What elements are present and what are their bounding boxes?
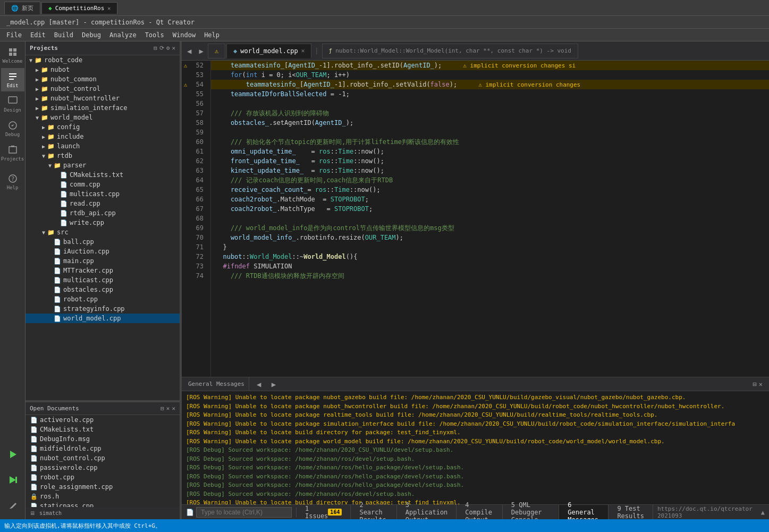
tree-iauction-cpp[interactable]: 📄 iAuction.cpp (26, 247, 180, 256)
menu-analyze[interactable]: Analyze (105, 30, 141, 40)
tab-competition-ros[interactable]: ◆ CompetitionRos ✕ (41, 2, 117, 14)
open-doc-staticpass[interactable]: 📄 staticpass.cpp (26, 501, 180, 507)
code-line-53[interactable]: for(int i = 0; i<OUR_TEAM; i++) (211, 70, 769, 80)
code-line-64[interactable]: /// 记录coach信息的更新时间,coach信息来自于RTDB (211, 175, 769, 185)
sidebar-icon-projects[interactable]: Projects (1, 141, 24, 165)
tree-write-cpp[interactable]: 📄 write.cpp (26, 218, 180, 227)
editor-tab-worldmodel[interactable]: ◆ world_model.cpp ✕ (226, 44, 311, 58)
sidebar-icon-edit[interactable]: Edit (1, 68, 24, 91)
code-line-73[interactable]: #ifndef SIMULATION (211, 261, 769, 271)
code-line-67[interactable]: coach2robot_.MatchType = STOPROBOT; (211, 204, 769, 214)
tree-world-model[interactable]: ▼ 📁 world_model (26, 113, 180, 122)
tree-rtdb[interactable]: ▼ 📁 rtdb (26, 151, 180, 161)
tree-nubot[interactable]: ▶ 📁 nubot (26, 65, 180, 74)
tree-multicast2-cpp[interactable]: 📄 multicast.cpp (26, 275, 180, 285)
status-tab-general-messages[interactable]: 6 General Messages (559, 505, 609, 520)
close-all-icon[interactable]: ✕ (166, 405, 170, 412)
status-tab-search-results[interactable]: 2 Search Results (351, 505, 396, 520)
code-line-52[interactable]: teammatesinfo_[AgentID_-1].robot_info_.s… (211, 61, 769, 70)
menu-window[interactable]: Window (168, 30, 200, 40)
open-doc-ros-h[interactable]: 🔒 ros.h (26, 492, 180, 501)
code-line-58[interactable]: obstacles_.setAgentID(AgentID_); (211, 118, 769, 128)
code-line-61[interactable]: omni_update_time_ = ros::Time::now(); (211, 147, 769, 156)
nav-forward-btn[interactable]: ▶ (196, 45, 206, 57)
status-tab-qml[interactable]: 5 QML Debugger Console (503, 505, 559, 520)
code-line-59[interactable] (211, 128, 769, 137)
tree-robot-cpp[interactable]: 📄 robot.cpp (26, 294, 180, 304)
close-panel-icon2[interactable]: ✕ (172, 405, 175, 412)
tree-world-model-cpp[interactable]: 📄 world_model.cpp (26, 314, 180, 323)
filter-bottom-icon[interactable]: ⊟ (753, 381, 757, 388)
tree-config[interactable]: ▶ 📁 config (26, 122, 180, 132)
code-line-60[interactable]: /// 初始化各个节点topic的更新时间,用于计算lifetime判断该信息的… (211, 137, 769, 147)
tab-new-page[interactable]: 🌐 新页 (4, 2, 40, 14)
sidebar-icon-debug[interactable]: Debug (1, 117, 24, 140)
settings-icon[interactable]: ⚙ (166, 45, 170, 52)
code-line-65[interactable]: receive_coach_count_= ros::Time::now(); (211, 185, 769, 195)
status-tab-issues[interactable]: 1 Issues 164 (297, 505, 351, 520)
code-line-66[interactable]: coach2robot_.MatchMode = STOPROBOT; (211, 195, 769, 204)
tree-multicast-cpp[interactable]: 📄 multicast.cpp (26, 189, 180, 199)
sidebar-icon-run[interactable] (1, 443, 24, 466)
menu-build[interactable]: Build (50, 30, 78, 40)
menu-file[interactable]: File (2, 30, 26, 40)
code-line-68[interactable] (211, 214, 769, 223)
tree-src[interactable]: ▼ 📁 src (26, 227, 180, 237)
menu-edit[interactable]: Edit (26, 30, 50, 40)
code-line-54[interactable]: teammatesinfo_[AgentID_-1].robot_info_.s… (211, 80, 769, 89)
code-line-72[interactable]: nubot::World_Model::~World_Model(){ (211, 252, 769, 261)
filter-icon[interactable]: ⊟ (154, 45, 157, 52)
editor-tab-warn[interactable]: ⚠ (208, 44, 225, 58)
open-doc-nubot-control[interactable]: 📄 nubot_control.cpp (26, 453, 180, 463)
tree-nubot-hwcontroller[interactable]: ▶ 📁 nubot_hwcontroller (26, 94, 180, 103)
code-line-74[interactable]: /// RTDB通信模块的释放开辟内存空间 (211, 271, 769, 281)
tree-rtdb-api-cpp[interactable]: 📄 rtdb_api.cpp (26, 208, 180, 218)
open-doc-midfieldrole[interactable]: 📄 midfieldrole.cpp (26, 444, 180, 453)
code-line-55[interactable]: teammateIDforBallSelected = -1; (211, 89, 769, 99)
open-doc-role-assignment[interactable]: 📄 role_assignment.cpp (26, 482, 180, 492)
tree-parser[interactable]: ▼ 📁 parser (26, 161, 180, 170)
tree-simulation-interface[interactable]: ▶ 📁 simulation_interface (26, 103, 180, 113)
sidebar-icon-design[interactable]: Design (1, 92, 24, 116)
code-line-70[interactable]: world_model_info_.robotinfo.resize(OUR_T… (211, 233, 769, 242)
sort-icon[interactable]: ⊟ (160, 405, 164, 412)
close-tab-btn[interactable]: ✕ (301, 47, 305, 54)
open-doc-activerole[interactable]: 📄 activerole.cpp (26, 415, 180, 425)
sidebar-icon-help[interactable]: ? Help (1, 170, 24, 193)
tree-nubot-common[interactable]: ▶ 📁 nubot_common (26, 74, 180, 84)
code-line-69[interactable]: /// world_model_info是作为向control节点传输世界模型信… (211, 223, 769, 233)
close-panel-icon[interactable]: ✕ (172, 45, 175, 52)
bottom-tab-general-messages-label[interactable]: General Messages (184, 377, 249, 391)
tree-comm-cpp[interactable]: 📄 comm.cpp (26, 180, 180, 189)
open-doc-robot[interactable]: 📄 robot.cpp (26, 472, 180, 482)
tree-obstacles-cpp[interactable]: 📄 obstacles.cpp (26, 285, 180, 294)
tree-include[interactable]: ▶ 📁 include (26, 132, 180, 141)
tree-read-cpp[interactable]: 📄 read.cpp (26, 199, 180, 208)
menu-help[interactable]: Help (200, 30, 224, 40)
sidebar-icon-welcome[interactable]: Welcome (1, 44, 24, 67)
code-line-57[interactable]: /// 存放该机器人识别到的障碍物 (211, 108, 769, 118)
type-to-locate-input[interactable] (196, 507, 292, 518)
code-line-63[interactable]: kinect_update_time_ = ros::Time::now(); (211, 166, 769, 175)
menu-debug[interactable]: Debug (78, 30, 105, 40)
code-line-71[interactable]: } (211, 242, 769, 252)
open-doc-passiverole[interactable]: 📄 passiverole.cpp (26, 463, 180, 472)
close-tab-icon[interactable]: ✕ (107, 5, 111, 11)
tree-launch[interactable]: ▶ 📁 launch (26, 141, 180, 151)
menu-tools[interactable]: Tools (141, 30, 168, 40)
bottom-nav-prev[interactable]: ◀ (253, 378, 264, 391)
open-doc-debuginfo[interactable]: 📄 DebugInfo.msg (26, 434, 180, 444)
close-bottom-icon[interactable]: ✕ (759, 381, 763, 388)
bottom-nav-next[interactable]: ▶ (268, 378, 279, 391)
tree-strategyinfo-cpp[interactable]: 📄 strategyinfo.cpp (26, 304, 180, 314)
code-line-56[interactable] (211, 99, 769, 108)
status-tab-test-results[interactable]: 9 Test Results (609, 505, 653, 520)
sidebar-icon-build-run[interactable] (1, 494, 24, 517)
open-doc-cmakelists[interactable]: 📄 CMakeLists.txt (26, 425, 180, 434)
tree-robot-code[interactable]: ▼ 📁 robot_code (26, 55, 180, 65)
status-tab-app-output[interactable]: 3 Application Output (397, 505, 457, 520)
sync-icon[interactable]: ⟳ (159, 45, 164, 52)
tree-ball-cpp[interactable]: 📄 ball.cpp (26, 237, 180, 247)
status-tab-compile[interactable]: 4 Compile Output (457, 505, 502, 520)
tree-cmakelists[interactable]: 📄 CMakeLists.txt (26, 170, 180, 180)
